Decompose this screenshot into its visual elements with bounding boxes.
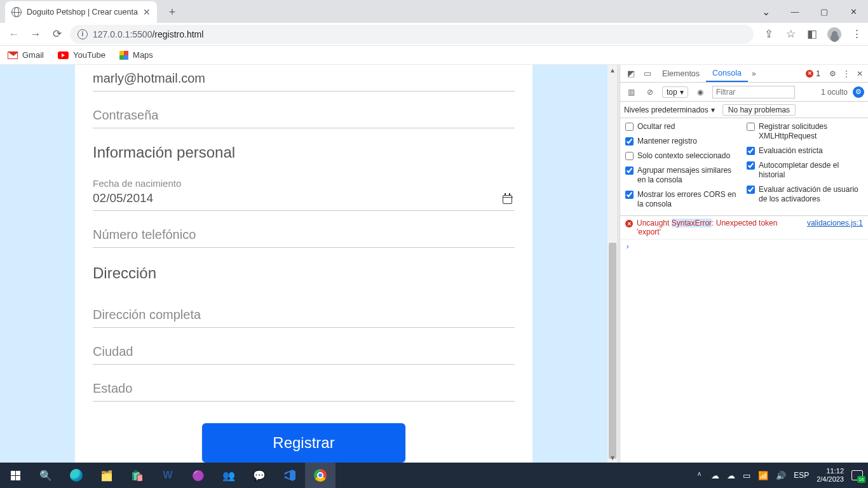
- devtools-settings-icon[interactable]: ⚙: [829, 69, 836, 78]
- console-subtoolbar: Niveles predeterminados▾ No hay problema…: [620, 102, 868, 118]
- opt-autocomplete-history[interactable]: Autocompletar desde el historial: [747, 161, 863, 180]
- console-sidebar-toggle-icon[interactable]: ▥: [624, 85, 638, 99]
- profile-avatar-icon[interactable]: [827, 27, 841, 41]
- opt-cors-errors[interactable]: Mostrar los errores CORS en la consola: [625, 190, 742, 209]
- devtools-panel: ◩ ▭ Elementos Consola » ✕1 ⚙ ⋮ ✕ ▥ ⊘ top…: [620, 65, 868, 463]
- opt-hide-network[interactable]: Ocultar red: [625, 122, 742, 132]
- tray-notifications-icon[interactable]: [851, 470, 863, 480]
- inspect-element-icon[interactable]: ◩: [623, 65, 639, 82]
- email-field[interactable]: marly@hotmail.com: [93, 65, 515, 92]
- calendar-icon[interactable]: [503, 195, 512, 204]
- browser-toolbar: ← → ⟳ i 127.0.0.1:5500/registro.html ⇪ ☆…: [0, 23, 868, 46]
- devtools-menu-icon[interactable]: ⋮: [843, 69, 850, 78]
- chevron-down-icon: ▾: [680, 88, 684, 97]
- taskbar-chrome[interactable]: [305, 463, 336, 488]
- tray-wifi-icon[interactable]: 📶: [758, 471, 768, 480]
- registration-form: marly@hotmail.com Contraseña Información…: [75, 65, 532, 463]
- back-button[interactable]: ←: [5, 25, 23, 43]
- tray-battery-icon[interactable]: ▭: [743, 471, 750, 480]
- start-button[interactable]: [0, 463, 31, 488]
- phone-field[interactable]: Número telefónico: [93, 221, 515, 248]
- tray-chevron-up-icon[interactable]: ＾: [695, 470, 703, 481]
- tray-date: 2/4/2023: [817, 475, 844, 484]
- tray-time: 11:12: [826, 467, 844, 475]
- maximize-button[interactable]: ▢: [810, 0, 839, 23]
- taskbar-explorer-icon[interactable]: 🗂️: [92, 463, 122, 488]
- context-selector[interactable]: top▾: [662, 86, 688, 98]
- bookmark-star-icon[interactable]: ☆: [784, 28, 797, 41]
- taskbar-vscode[interactable]: [275, 463, 305, 488]
- tab-search-icon[interactable]: ⌄: [751, 0, 780, 23]
- opt-group-similar[interactable]: Agrupar mensajes similares en la consola: [625, 166, 742, 185]
- tray-onedrive-icon[interactable]: ☁: [711, 471, 719, 480]
- taskbar-office-icon[interactable]: 🟣: [183, 463, 214, 488]
- birthdate-field[interactable]: Fecha de nacimiento 02/05/2014: [93, 172, 515, 211]
- opt-user-activation[interactable]: Evaluar activación de usuario de los act…: [747, 185, 863, 204]
- tray-clock[interactable]: 11:12 2/4/2023: [817, 467, 844, 483]
- page-viewport: marly@hotmail.com Contraseña Información…: [0, 65, 618, 463]
- log-levels-selector[interactable]: Niveles predeterminados▾: [624, 105, 715, 114]
- globe-icon: [11, 7, 22, 17]
- scroll-down-icon[interactable]: ▼: [607, 452, 618, 463]
- tray-volume-icon[interactable]: 🔊: [776, 471, 786, 480]
- page-scrollbar[interactable]: ▲ ▼: [607, 65, 618, 463]
- taskbar-teams-icon[interactable]: 👥: [214, 463, 244, 488]
- city-field[interactable]: Ciudad: [93, 338, 515, 365]
- state-placeholder: Estado: [93, 381, 515, 396]
- live-expression-icon[interactable]: ◉: [693, 85, 707, 99]
- tab-elements[interactable]: Elementos: [656, 65, 706, 82]
- address-bar[interactable]: i 127.0.0.1:5500/registro.html: [70, 25, 754, 44]
- taskbar-word-icon[interactable]: W: [153, 463, 183, 488]
- city-placeholder: Ciudad: [93, 344, 515, 359]
- taskbar-teams2-icon[interactable]: 💬: [244, 463, 275, 488]
- console-error-row[interactable]: ✕ Uncaught SyntaxError: Unexpected token…: [620, 216, 868, 240]
- bookmark-maps[interactable]: Maps: [119, 50, 153, 60]
- chrome-menu-icon[interactable]: ⋮: [850, 28, 863, 41]
- address-field[interactable]: Dirección completa: [93, 301, 515, 328]
- error-counter[interactable]: ✕1: [802, 65, 824, 82]
- close-window-button[interactable]: ✕: [839, 0, 868, 23]
- taskbar-store-icon[interactable]: 🛍️: [122, 463, 153, 488]
- scroll-thumb[interactable]: [609, 243, 616, 459]
- error-source-link[interactable]: validaciones.js:1: [807, 219, 863, 227]
- minimize-button[interactable]: ―: [780, 0, 810, 23]
- state-field[interactable]: Estado: [93, 375, 515, 402]
- tray-language[interactable]: ESP: [794, 471, 809, 480]
- taskbar-search-icon[interactable]: 🔍: [31, 463, 61, 488]
- reload-button[interactable]: ⟳: [48, 25, 66, 43]
- opt-selected-context[interactable]: Solo contexto seleccionado: [625, 151, 742, 161]
- close-tab-icon[interactable]: ✕: [143, 7, 151, 17]
- forward-button[interactable]: →: [27, 25, 44, 43]
- windows-taskbar: 🔍 🗂️ 🛍️ W 🟣 👥 💬 ＾ ☁ ☁ ▭ 📶 🔊 ESP 11:12 2/…: [0, 463, 868, 488]
- tab-console[interactable]: Consola: [706, 65, 748, 82]
- scroll-up-icon[interactable]: ▲: [607, 65, 618, 75]
- submit-button[interactable]: Registrar: [202, 423, 405, 463]
- console-prompt[interactable]: ›: [620, 240, 868, 254]
- tray-weather-icon[interactable]: ☁: [727, 471, 735, 480]
- console-settings-icon[interactable]: ⚙: [853, 86, 864, 98]
- hidden-count-label: 1 oculto: [821, 88, 848, 97]
- devtools-close-icon[interactable]: ✕: [857, 69, 863, 78]
- taskbar-edge[interactable]: [61, 463, 92, 488]
- side-panel-icon[interactable]: ◧: [806, 28, 818, 41]
- console-clear-icon[interactable]: ⊘: [643, 85, 657, 99]
- password-field[interactable]: Contraseña: [93, 102, 515, 128]
- device-toolbar-icon[interactable]: ▭: [639, 65, 656, 82]
- bookmark-youtube[interactable]: YouTube: [58, 50, 105, 60]
- opt-strict-eval[interactable]: Evaluación estricta: [747, 146, 863, 156]
- browser-tab-active[interactable]: Doguito Petshop | Crear cuenta ✕: [5, 1, 157, 23]
- bookmark-gmail[interactable]: Gmail: [8, 50, 44, 60]
- console-filter-input[interactable]: [712, 86, 795, 98]
- issues-button[interactable]: No hay problemas: [722, 104, 796, 116]
- phone-placeholder: Número telefónico: [93, 227, 515, 242]
- error-message: Uncaught SyntaxError: Unexpected token '…: [637, 219, 803, 236]
- toolbar-right: ⇪ ☆ ◧ ⋮: [763, 27, 863, 41]
- opt-log-xhr[interactable]: Registrar solicitudes XMLHttpRequest: [747, 122, 863, 141]
- site-info-icon[interactable]: i: [78, 29, 88, 39]
- chevron-down-icon: ▾: [711, 105, 715, 114]
- opt-preserve-log[interactable]: Mantener registro: [625, 137, 742, 146]
- new-tab-button[interactable]: +: [163, 3, 181, 21]
- devtools-more-tabs-icon[interactable]: »: [748, 65, 760, 82]
- share-icon[interactable]: ⇪: [763, 28, 775, 41]
- birthdate-label: Fecha de nacimiento: [93, 178, 515, 189]
